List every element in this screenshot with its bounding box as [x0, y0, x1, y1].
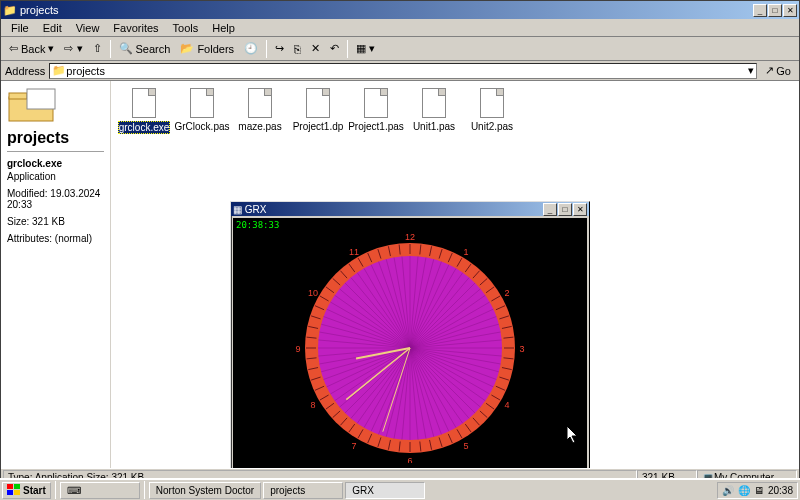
file-item[interactable]: maze.pas: [237, 87, 283, 132]
undo-button[interactable]: ↶: [326, 40, 343, 57]
explorer-titlebar[interactable]: 📁 projects _ □ ✕: [1, 1, 799, 19]
svg-text:12: 12: [405, 233, 415, 242]
quick-launch[interactable]: ⌨: [60, 482, 140, 499]
file-label: Project1.dp: [293, 121, 344, 132]
tray-icon[interactable]: 🖥: [754, 485, 764, 496]
folders-button[interactable]: 📂 Folders: [176, 40, 238, 57]
task-button[interactable]: projects: [263, 482, 343, 499]
address-bar: Address 📁 projects ▾ ↗ Go: [1, 61, 799, 81]
file-label: grclock.exe: [118, 121, 171, 134]
file-icon: [246, 87, 274, 119]
file-icon: [304, 87, 332, 119]
file-label: Unit1.pas: [413, 121, 455, 132]
taskbar: Start ⌨ Norton System DoctorprojectsGRX …: [0, 478, 800, 500]
chevron-down-icon[interactable]: ▾: [748, 64, 754, 77]
svg-text:6: 6: [407, 456, 412, 463]
svg-text:4: 4: [504, 400, 509, 410]
menu-help[interactable]: Help: [206, 21, 241, 35]
svg-rect-155: [14, 490, 20, 495]
svg-rect-153: [14, 484, 20, 489]
info-pane: projects grclock.exe Application Modifie…: [1, 81, 111, 468]
task-button[interactable]: Norton System Doctor: [149, 482, 261, 499]
svg-rect-154: [7, 490, 13, 495]
file-label: GrClock.pas: [175, 121, 230, 132]
tray-icon[interactable]: 🔊: [722, 485, 734, 496]
window-title: projects: [20, 4, 59, 16]
file-icon: [478, 87, 506, 119]
grx-titlebar[interactable]: ▦ GRX _ □ ✕: [231, 202, 589, 216]
moveto-button[interactable]: ↪: [271, 40, 288, 57]
file-icon: [362, 87, 390, 119]
copyto-button[interactable]: ⎘: [290, 41, 305, 57]
modified-line: Modified: 19.03.2024 20:33: [7, 188, 104, 210]
file-icon: [188, 87, 216, 119]
grx-canvas: 20:38:33 121234567891011: [233, 218, 587, 468]
svg-text:11: 11: [349, 247, 359, 257]
file-item[interactable]: GrClock.pas: [179, 87, 225, 132]
grx-window[interactable]: ▦ GRX _ □ ✕ 20:38:33 121234567891011: [230, 201, 590, 468]
start-button[interactable]: Start: [2, 482, 51, 499]
file-label: Unit2.pas: [471, 121, 513, 132]
search-button[interactable]: 🔍 Search: [115, 40, 175, 57]
maximize-button[interactable]: □: [768, 4, 782, 17]
size-line: Size: 321 KB: [7, 216, 104, 227]
system-tray[interactable]: 🔊 🌐 🖥 20:38: [717, 482, 798, 499]
attributes-line: Attributes: (normal): [7, 233, 104, 244]
maximize-button[interactable]: □: [558, 203, 572, 216]
history-button[interactable]: 🕘: [240, 40, 262, 57]
views-button[interactable]: ▦ ▾: [352, 40, 379, 57]
svg-text:2: 2: [504, 288, 509, 298]
svg-text:3: 3: [519, 344, 524, 354]
file-label: maze.pas: [238, 121, 281, 132]
svg-text:8: 8: [310, 400, 315, 410]
file-item[interactable]: Unit1.pas: [411, 87, 457, 132]
svg-rect-1: [9, 93, 27, 99]
file-item[interactable]: Unit2.pas: [469, 87, 515, 132]
task-button[interactable]: GRX: [345, 482, 425, 499]
menu-file[interactable]: File: [5, 21, 35, 35]
clock-face: 121234567891011: [295, 233, 525, 463]
selected-type: Application: [7, 171, 104, 182]
forward-button[interactable]: ⇨ ▾: [60, 40, 86, 57]
tray-icon[interactable]: 🌐: [738, 485, 750, 496]
minimize-button[interactable]: _: [543, 203, 557, 216]
tray-clock: 20:38: [768, 485, 793, 496]
menu-favorites[interactable]: Favorites: [107, 21, 164, 35]
svg-text:9: 9: [295, 344, 300, 354]
selected-name: grclock.exe: [7, 158, 104, 169]
menu-view[interactable]: View: [70, 21, 106, 35]
file-item[interactable]: grclock.exe: [121, 87, 167, 134]
menubar: File Edit View Favorites Tools Help: [1, 19, 799, 37]
app-icon: ▦: [233, 204, 242, 215]
grx-time: 20:38:33: [236, 220, 279, 230]
svg-rect-2: [27, 89, 55, 109]
svg-text:1: 1: [463, 247, 468, 257]
svg-text:10: 10: [308, 288, 318, 298]
address-input[interactable]: 📁 projects ▾: [49, 63, 757, 79]
file-icon: [420, 87, 448, 119]
folder-icon: 📁: [52, 64, 66, 77]
menu-edit[interactable]: Edit: [37, 21, 68, 35]
toolbar: ⇦ Back ▾ ⇨ ▾ ⇧ 🔍 Search 📂 Folders 🕘 ↪ ⎘ …: [1, 37, 799, 61]
explorer-window: 📁 projects _ □ ✕ File Edit View Favorite…: [0, 0, 800, 487]
svg-text:5: 5: [463, 441, 468, 451]
file-item[interactable]: Project1.pas: [353, 87, 399, 132]
back-button[interactable]: ⇦ Back ▾: [5, 40, 58, 57]
file-item[interactable]: Project1.dp: [295, 87, 341, 132]
folder-title: projects: [7, 129, 104, 152]
menu-tools[interactable]: Tools: [167, 21, 205, 35]
minimize-button[interactable]: _: [753, 4, 767, 17]
delete-button[interactable]: ✕: [307, 40, 324, 57]
folder-icon: 📁: [3, 3, 17, 17]
file-icon: [130, 87, 158, 119]
folder-icon: [7, 87, 57, 123]
grx-title: GRX: [245, 204, 267, 215]
windows-icon: [7, 484, 21, 496]
up-button[interactable]: ⇧: [89, 40, 106, 57]
address-label: Address: [5, 65, 45, 77]
svg-rect-152: [7, 484, 13, 489]
close-button[interactable]: ✕: [573, 203, 587, 216]
file-label: Project1.pas: [348, 121, 404, 132]
go-button[interactable]: ↗ Go: [761, 63, 795, 78]
close-button[interactable]: ✕: [783, 4, 797, 17]
